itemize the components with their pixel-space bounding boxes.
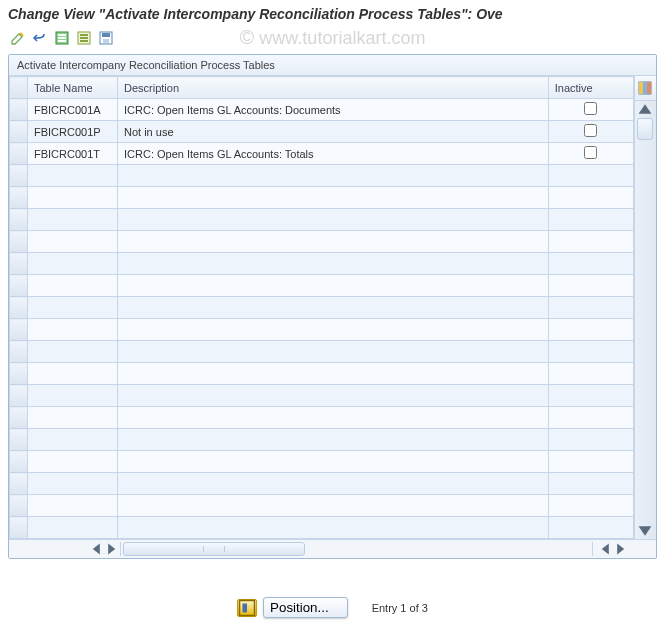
- table-row[interactable]: FBICRC001PNot in use: [10, 121, 634, 143]
- row-selector[interactable]: [10, 473, 28, 495]
- panel-title: Activate Intercompany Reconciliation Pro…: [9, 55, 656, 76]
- svg-rect-14: [647, 82, 651, 94]
- table-row-empty: [10, 209, 634, 231]
- row-selector[interactable]: [10, 495, 28, 517]
- scroll-right-end-icon[interactable]: [613, 542, 627, 556]
- table-row-empty: [10, 341, 634, 363]
- cell-table-name[interactable]: FBICRC001T: [28, 145, 117, 163]
- col-inactive[interactable]: Inactive: [548, 77, 633, 99]
- row-selector[interactable]: [10, 99, 28, 121]
- row-header-corner: [10, 77, 28, 99]
- table-row[interactable]: FBICRC001TICRC: Open Items GL Accounts: …: [10, 143, 634, 165]
- entry-status: Entry 1 of 3: [372, 602, 428, 614]
- header-row: Table Name Description Inactive: [10, 77, 634, 99]
- scroll-up-icon[interactable]: [637, 101, 653, 117]
- table-row-empty: [10, 451, 634, 473]
- position-button[interactable]: Position...: [263, 597, 348, 618]
- row-selector[interactable]: [10, 385, 28, 407]
- scroll-left-end-icon[interactable]: [599, 542, 613, 556]
- svg-rect-7: [80, 40, 88, 42]
- cell-inactive[interactable]: [548, 143, 633, 165]
- right-gutter: [634, 76, 656, 539]
- hscroll-thumb[interactable]: [123, 542, 305, 556]
- vertical-scrollbar[interactable]: [635, 101, 656, 539]
- svg-rect-1: [58, 34, 66, 36]
- svg-rect-10: [103, 39, 109, 43]
- row-selector[interactable]: [10, 231, 28, 253]
- configure-columns-icon[interactable]: [635, 76, 656, 101]
- svg-rect-16: [243, 603, 248, 612]
- scroll-right-icon[interactable]: [104, 542, 118, 556]
- table-row-empty: [10, 231, 634, 253]
- svg-rect-5: [80, 34, 88, 36]
- table-row-empty: [10, 473, 634, 495]
- inactive-checkbox[interactable]: [584, 102, 597, 115]
- table-row-empty: [10, 253, 634, 275]
- table-row-empty: [10, 297, 634, 319]
- scroll-left-icon[interactable]: [90, 542, 104, 556]
- footer: Position... Entry 1 of 3: [0, 597, 665, 618]
- row-selector[interactable]: [10, 429, 28, 451]
- change-icon[interactable]: [8, 28, 28, 48]
- data-grid: Table Name Description Inactive FBICRC00…: [9, 76, 634, 539]
- cell-table-name[interactable]: FBICRC001A: [28, 101, 117, 119]
- horizontal-scrollbar[interactable]: [9, 539, 656, 558]
- table-row-empty: [10, 165, 634, 187]
- table-row-empty: [10, 429, 634, 451]
- row-selector[interactable]: [10, 319, 28, 341]
- col-description[interactable]: Description: [118, 77, 549, 99]
- position-prefix-icon: [237, 599, 257, 617]
- select-all-icon[interactable]: [52, 28, 72, 48]
- svg-rect-3: [58, 40, 66, 42]
- scroll-down-icon[interactable]: [637, 523, 653, 539]
- table-row-empty: [10, 495, 634, 517]
- row-selector[interactable]: [10, 253, 28, 275]
- table-row-empty: [10, 407, 634, 429]
- cell-table-name[interactable]: FBICRC001P: [28, 123, 117, 141]
- row-selector[interactable]: [10, 209, 28, 231]
- row-selector[interactable]: [10, 275, 28, 297]
- page-title: Change View "Activate Intercompany Recon…: [0, 0, 665, 26]
- undo-icon[interactable]: [30, 28, 50, 48]
- col-table-name[interactable]: Table Name: [28, 77, 118, 99]
- row-selector[interactable]: [10, 121, 28, 143]
- row-selector[interactable]: [10, 363, 28, 385]
- svg-rect-13: [643, 82, 647, 94]
- row-selector[interactable]: [10, 341, 28, 363]
- table-row-empty: [10, 385, 634, 407]
- row-selector[interactable]: [10, 165, 28, 187]
- inactive-checkbox[interactable]: [584, 146, 597, 159]
- row-selector[interactable]: [10, 297, 28, 319]
- scroll-thumb[interactable]: [637, 118, 653, 140]
- table-row-empty: [10, 517, 634, 539]
- table-row-empty: [10, 363, 634, 385]
- cell-description[interactable]: ICRC: Open Items GL Accounts: Documents: [118, 101, 548, 119]
- row-selector[interactable]: [10, 407, 28, 429]
- inactive-checkbox[interactable]: [584, 124, 597, 137]
- position-label: Position...: [270, 600, 329, 615]
- svg-rect-9: [102, 33, 110, 37]
- row-selector[interactable]: [10, 143, 28, 165]
- table-row-empty: [10, 319, 634, 341]
- cell-inactive[interactable]: [548, 99, 633, 121]
- deselect-all-icon[interactable]: [74, 28, 94, 48]
- table-row-empty: [10, 187, 634, 209]
- cell-description[interactable]: Not in use: [118, 123, 548, 141]
- svg-rect-12: [639, 82, 643, 94]
- cell-description[interactable]: ICRC: Open Items GL Accounts: Totals: [118, 145, 548, 163]
- svg-rect-6: [80, 37, 88, 39]
- table-row-empty: [10, 275, 634, 297]
- cell-inactive[interactable]: [548, 121, 633, 143]
- sap-window: Change View "Activate Intercompany Recon…: [0, 0, 665, 632]
- table-panel: Activate Intercompany Reconciliation Pro…: [8, 54, 657, 559]
- save-icon[interactable]: [96, 28, 116, 48]
- row-selector[interactable]: [10, 187, 28, 209]
- table-row[interactable]: FBICRC001AICRC: Open Items GL Accounts: …: [10, 99, 634, 121]
- row-selector[interactable]: [10, 451, 28, 473]
- svg-rect-2: [58, 37, 66, 39]
- toolbar: [0, 26, 665, 54]
- row-selector[interactable]: [10, 517, 28, 539]
